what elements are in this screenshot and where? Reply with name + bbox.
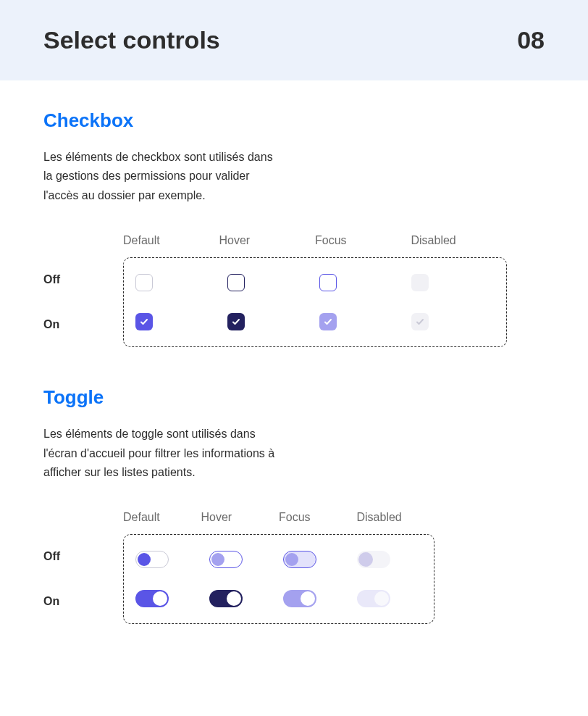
checkbox-on-hover[interactable]: [227, 313, 245, 330]
state-column-disabled: Disabled: [357, 508, 435, 527]
toggle-on-disabled: [357, 590, 390, 607]
toggle-section: Toggle Les éléments de toggle sont utili…: [43, 386, 545, 624]
page-header: Select controls 08: [0, 0, 588, 80]
toggle-off-focus[interactable]: [283, 551, 316, 568]
state-row-off: Off: [43, 273, 123, 286]
state-column-default: Default: [123, 508, 201, 527]
page-number: 08: [517, 26, 545, 54]
toggle-on-default[interactable]: [135, 590, 169, 607]
state-column-hover: Hover: [219, 231, 316, 250]
toggle-description: Les éléments de toggle sont utilisés dan…: [43, 425, 282, 482]
checkbox-description: Les éléments de checkbox sont utilisés d…: [43, 148, 282, 205]
toggle-knob: [374, 591, 389, 606]
state-row-on: On: [43, 318, 123, 331]
state-row-on: On: [43, 595, 123, 608]
checkbox-states-grid: Default Hover Focus Disabled Off On: [43, 231, 507, 347]
state-row-off: Off: [43, 550, 123, 563]
state-column-focus: Focus: [279, 508, 357, 527]
checkbox-off-hover[interactable]: [227, 274, 245, 291]
checkbox-on-disabled: [411, 313, 429, 330]
state-column-disabled: Disabled: [411, 231, 508, 250]
toggle-knob: [358, 552, 373, 567]
state-column-focus: Focus: [315, 231, 411, 250]
toggle-on-hover[interactable]: [209, 590, 243, 607]
checkbox-off-default[interactable]: [135, 274, 153, 291]
checkbox-on-focus[interactable]: [319, 313, 337, 330]
toggle-knob: [301, 591, 315, 606]
toggle-on-focus[interactable]: [283, 590, 316, 607]
toggle-knob: [211, 553, 224, 566]
toggle-off-hover[interactable]: [209, 551, 243, 568]
checkbox-off-disabled: [411, 274, 429, 291]
toggle-states-grid: Default Hover Focus Disabled Off On: [43, 508, 434, 624]
toggle-knob: [227, 591, 241, 606]
toggle-heading: Toggle: [43, 386, 545, 409]
checkbox-off-focus[interactable]: [319, 274, 337, 291]
toggle-knob: [138, 553, 151, 566]
checkbox-heading: Checkbox: [43, 109, 545, 132]
state-column-hover: Hover: [201, 508, 280, 527]
toggle-off-default[interactable]: [135, 551, 169, 568]
toggle-knob: [285, 553, 298, 566]
toggle-knob: [153, 591, 167, 606]
checkbox-on-default[interactable]: [135, 313, 153, 330]
page-title: Select controls: [43, 26, 220, 54]
toggle-off-disabled: [357, 551, 390, 568]
state-column-default: Default: [123, 231, 219, 250]
checkbox-section: Checkbox Les éléments de checkbox sont u…: [43, 109, 545, 347]
